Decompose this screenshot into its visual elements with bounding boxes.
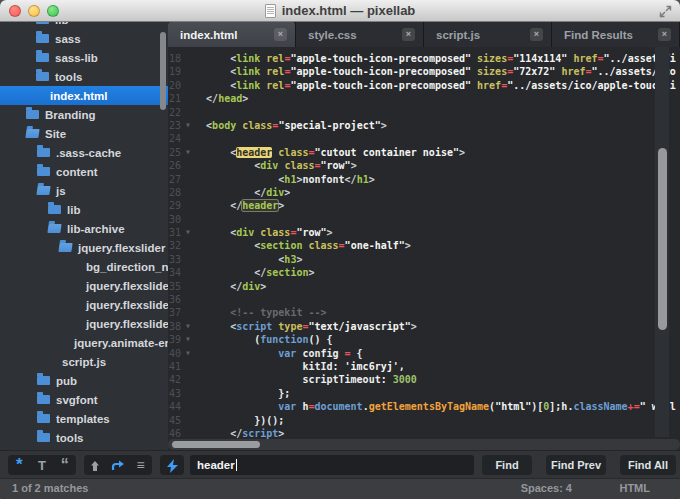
syntax-mode-label[interactable]: HTML: [619, 482, 650, 494]
code-line-31[interactable]: 31▼ <div class="row">: [168, 226, 680, 239]
sidebar-item-label: lib: [55, 22, 68, 26]
sidebar-item-js[interactable]: js: [0, 181, 168, 200]
tab-style-css[interactable]: style.css×: [296, 22, 424, 47]
fold-arrow-icon[interactable]: ▼: [186, 347, 190, 360]
search-query: header: [197, 459, 235, 471]
sidebar-item-label: pub: [56, 375, 77, 387]
code-line-32[interactable]: 32 <section class="one-half">: [168, 239, 680, 252]
code-line-38[interactable]: 38▼ <script type="text/javascript">: [168, 320, 680, 333]
code-line-40[interactable]: 40▼ var config = {: [168, 347, 680, 360]
code-line-21[interactable]: 21 </head>: [168, 92, 680, 105]
code-line-39[interactable]: 39▼ (function() {: [168, 333, 680, 346]
sidebar-item-label: jquery.flexslider.: [86, 280, 168, 292]
line-number: 31: [168, 226, 181, 239]
sidebar-item-jquery-flexslider-[interactable]: jquery.flexslider.: [0, 314, 168, 333]
code-line-36[interactable]: 36: [168, 293, 680, 306]
sidebar-item-script-js[interactable]: script.js: [0, 352, 168, 371]
sidebar-item-content[interactable]: content: [0, 162, 168, 181]
close-tab-icon[interactable]: ×: [658, 28, 671, 41]
indent-setting-label[interactable]: Spaces: 4: [521, 482, 572, 494]
sidebar-item-tools[interactable]: tools: [0, 428, 168, 447]
close-tab-icon[interactable]: ×: [530, 28, 543, 41]
code-text: var h=document.getElementsByTagName("htm…: [182, 400, 680, 413]
folder-icon: [48, 205, 61, 214]
code-line-35[interactable]: 35 </div>: [168, 280, 680, 293]
minimize-window-button[interactable]: [28, 5, 40, 17]
close-tab-icon[interactable]: ×: [274, 28, 287, 41]
sidebar-item-label: jquery.flexslider: [78, 242, 165, 254]
sidebar-item-label: tools: [56, 432, 83, 444]
search-input[interactable]: header: [190, 455, 474, 475]
code-line-30[interactable]: 30: [168, 213, 680, 226]
sidebar-item-sass[interactable]: sass: [0, 29, 168, 48]
code-line-29[interactable]: 29 </header>: [168, 199, 680, 212]
code-line-33[interactable]: 33 <h3>: [168, 253, 680, 266]
find-prev-button[interactable]: Find Prev: [546, 455, 606, 475]
sidebar-item-templates[interactable]: templates: [0, 409, 168, 428]
folder-icon: [37, 414, 50, 423]
find-all-button[interactable]: Find All: [620, 455, 676, 475]
tab-find-results[interactable]: Find Results×: [552, 22, 680, 47]
code-editor[interactable]: 18 <link rel="apple-touch-icon-precompos…: [168, 47, 680, 450]
fold-arrow-icon[interactable]: ▼: [186, 146, 190, 159]
fullscreen-icon[interactable]: [659, 5, 672, 18]
fold-arrow-icon[interactable]: ▼: [186, 333, 190, 346]
code-line-24[interactable]: 24: [168, 132, 680, 145]
fold-arrow-icon[interactable]: ▼: [186, 320, 190, 333]
sidebar-item-bg-direction-nav[interactable]: bg_direction_nav: [0, 257, 168, 276]
sidebar-item-lib[interactable]: lib: [0, 22, 168, 29]
code-line-19[interactable]: 19 <link rel="apple-touch-icon-precompos…: [168, 65, 680, 78]
tab-script-js[interactable]: script.js×: [424, 22, 552, 47]
sidebar-item-jquery-flexslider-[interactable]: jquery.flexslider.: [0, 276, 168, 295]
sidebar-item-lib-archive[interactable]: lib-archive: [0, 219, 168, 238]
code-line-22[interactable]: 22: [168, 106, 680, 119]
sidebar-item-jquery-flexslider[interactable]: jquery.flexslider: [0, 238, 168, 257]
sidebar-item-index-html[interactable]: index.html: [0, 86, 168, 105]
zoom-window-button[interactable]: [47, 5, 59, 17]
sidebar-item-branding[interactable]: Branding: [0, 105, 168, 124]
code-line-43[interactable]: 43 };: [168, 387, 680, 400]
sidebar-item-tools[interactable]: tools: [0, 67, 168, 86]
code-line-20[interactable]: 20 <link rel="apple-touch-icon-precompos…: [168, 79, 680, 92]
sidebar-item-sass-lib[interactable]: sass-lib: [0, 48, 168, 67]
close-window-button[interactable]: [9, 5, 21, 17]
editor-horizontal-scrollbar[interactable]: [172, 441, 260, 448]
fold-arrow-icon[interactable]: ▼: [186, 226, 190, 239]
code-line-42[interactable]: 42 scriptTimeout: 3000: [168, 373, 680, 386]
code-line-27[interactable]: 27 <h1>nonfont</h1>: [168, 173, 680, 186]
case-sensitive-icon[interactable]: T: [31, 455, 53, 476]
text-caret: [236, 459, 237, 471]
code-line-23[interactable]: 23▼ <body class="special-project">: [168, 119, 680, 132]
find-button[interactable]: Find: [482, 455, 532, 475]
sidebar-item--sass-cache[interactable]: .sass-cache: [0, 143, 168, 162]
code-line-37[interactable]: 37 <!-- typekit -->: [168, 306, 680, 319]
highlight-matches-icon[interactable]: [161, 455, 183, 475]
whole-word-icon[interactable]: “: [54, 452, 76, 478]
in-selection-icon[interactable]: ≡: [130, 455, 152, 475]
titlebar[interactable]: index.html — pixellab: [0, 0, 680, 22]
line-number: 45: [168, 414, 181, 427]
close-tab-icon[interactable]: ×: [402, 28, 415, 41]
reverse-direction-icon[interactable]: [84, 455, 106, 475]
code-line-45[interactable]: 45 })();: [168, 414, 680, 427]
editor-vertical-scrollbar[interactable]: [658, 148, 667, 330]
code-line-41[interactable]: 41 kitId: 'imc6ryj',: [168, 360, 680, 373]
code-line-25[interactable]: 25▼ <header class="cutout container nois…: [168, 146, 680, 159]
code-line-28[interactable]: 28 </div>: [168, 186, 680, 199]
code-line-44[interactable]: 44 var h=document.getElementsByTagName("…: [168, 400, 680, 413]
wrap-search-icon[interactable]: [107, 455, 129, 475]
code-line-26[interactable]: 26 <div class="row">: [168, 159, 680, 172]
tab-index-html[interactable]: index.html×: [168, 22, 296, 47]
sidebar-item-lib[interactable]: lib: [0, 200, 168, 219]
sidebar-item-site[interactable]: Site: [0, 124, 168, 143]
line-number: 18: [168, 52, 181, 65]
sidebar-item-svgfont[interactable]: svgfont: [0, 390, 168, 409]
sidebar-scrollbar[interactable]: [160, 32, 166, 110]
regex-icon[interactable]: *: [8, 455, 30, 475]
code-line-18[interactable]: 18 <link rel="apple-touch-icon-precompos…: [168, 52, 680, 65]
code-line-34[interactable]: 34 </section>: [168, 266, 680, 279]
sidebar-item-jquery-flexslider-[interactable]: jquery.flexslider.: [0, 295, 168, 314]
sidebar-item-jquery-animate-enh[interactable]: jquery.animate-enh: [0, 333, 168, 352]
sidebar-item-pub[interactable]: pub: [0, 371, 168, 390]
fold-arrow-icon[interactable]: ▼: [186, 119, 190, 132]
